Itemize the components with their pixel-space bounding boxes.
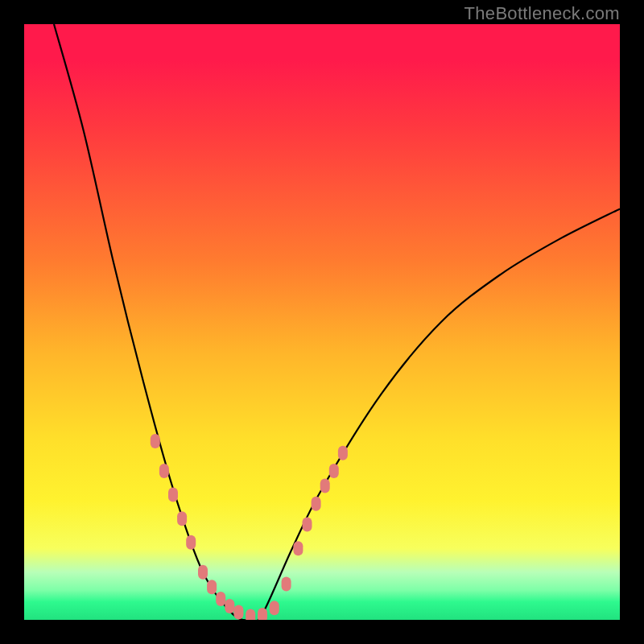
curve-marker [216,592,225,606]
curve-marker [293,541,303,555]
curve-marker [303,518,312,532]
curve-marker [233,605,243,619]
curve-marker [329,464,339,478]
curve-markers [151,434,348,620]
curve-marker [312,497,321,511]
curve-marker [177,511,187,526]
curve-marker [338,446,348,460]
curve-marker [198,565,208,580]
curve-marker [207,580,217,594]
curve-marker [270,601,279,615]
curve-marker [258,608,267,620]
plot-area [24,24,620,620]
bottleneck-curve [54,24,620,620]
curve-marker [159,464,169,478]
curve-marker [320,479,330,493]
curve-marker [168,488,178,502]
curve-marker [151,434,160,448]
curve-marker [246,609,255,620]
curve-svg [24,24,620,620]
curve-marker [186,535,196,550]
chart-frame: TheBottleneck.com [0,0,644,644]
curve-marker [282,577,291,592]
watermark-text: TheBottleneck.com [464,3,620,24]
curve-marker [225,599,234,613]
